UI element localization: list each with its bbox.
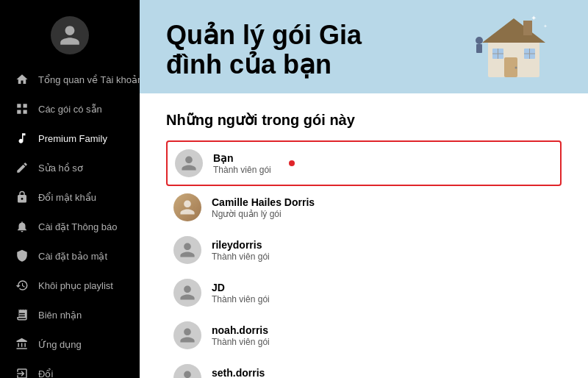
sidebar-item-overview[interactable]: Tổng quan về Tài khoản bbox=[0, 65, 140, 94]
member-item-noah[interactable]: noah.dorris Thành viên gói bbox=[166, 314, 562, 357]
sidebar-label-apps: Ứng dụng bbox=[38, 339, 82, 350]
receipt-icon bbox=[15, 307, 29, 322]
sidebar-label-overview: Tổng quan về Tài khoản bbox=[38, 74, 140, 85]
member-info-riley: rileydorris Thành viên gói bbox=[212, 238, 270, 262]
page-title: Quản lý gói Gia đình của bạn bbox=[166, 21, 384, 79]
svg-point-14 bbox=[476, 37, 483, 44]
member-avatar-seth bbox=[173, 364, 201, 378]
svg-rect-5 bbox=[523, 21, 532, 35]
member-role-noah: Thành viên gói bbox=[212, 337, 270, 347]
sidebar-item-receipts[interactable]: Biên nhận bbox=[0, 300, 140, 329]
member-item-jd[interactable]: JD Thành viên gói bbox=[166, 271, 562, 314]
member-role-riley: Thành viên gói bbox=[212, 252, 270, 262]
member-avatar-jd bbox=[173, 279, 201, 307]
sidebar-label-notifications: Cài đặt Thông báo bbox=[38, 221, 118, 232]
member-name-jd: JD bbox=[212, 281, 270, 294]
grid-icon bbox=[15, 101, 29, 116]
member-info-seth: seth.dorris Thành viên gói bbox=[212, 366, 270, 378]
house-illustration: ✦ ✦ ✦ bbox=[466, 7, 562, 77]
member-name-noah: noah.dorris bbox=[212, 324, 270, 337]
header-banner: Quản lý gói Gia đình của bạn ✦ ✦ ✦ bbox=[140, 0, 588, 93]
member-role-ban: Thành viên gói bbox=[213, 165, 271, 175]
member-name-camille: Camille Hailes Dorris bbox=[212, 196, 315, 209]
music-icon bbox=[15, 131, 29, 146]
member-avatar-noah bbox=[173, 321, 201, 349]
nav-list: Tổng quan về Tài khoản Các gói có sẵn Pr… bbox=[0, 65, 140, 378]
shield-icon bbox=[15, 249, 29, 263]
member-info-jd: JD Thành viên gói bbox=[212, 281, 270, 304]
bell-icon bbox=[15, 219, 29, 234]
signout-icon bbox=[15, 366, 29, 378]
member-name-seth: seth.dorris bbox=[212, 366, 270, 378]
sidebar-label-change-password: Đổi mật khẩu bbox=[38, 192, 96, 203]
sidebar-label-restore-playlist: Khôi phục playlist bbox=[38, 280, 113, 291]
svg-rect-15 bbox=[476, 44, 482, 53]
sidebar-label-plans: Các gói có sẵn bbox=[38, 104, 102, 115]
sidebar-item-edit-profile[interactable]: Sửa hồ sơ bbox=[0, 153, 140, 182]
user-avatar bbox=[51, 16, 89, 54]
sidebar-label-security: Cài đặt bảo mật bbox=[38, 251, 107, 262]
sidebar-item-change-password[interactable]: Đổi mật khẩu bbox=[0, 182, 140, 212]
sidebar-item-logout[interactable]: Đổi bbox=[0, 359, 140, 378]
main-content: Quản lý gói Gia đình của bạn ✦ ✦ ✦ bbox=[140, 0, 588, 378]
pen-icon bbox=[15, 160, 29, 175]
sidebar-label-edit-profile: Sửa hồ sơ bbox=[38, 163, 83, 174]
sidebar-item-plans[interactable]: Các gói có sẵn bbox=[0, 94, 140, 124]
member-name-ban: Bạn bbox=[213, 151, 271, 165]
member-name-riley: rileydorris bbox=[212, 238, 270, 252]
sidebar-item-premium-family[interactable]: Premium Family bbox=[0, 124, 140, 153]
member-info-noah: noah.dorris Thành viên gói bbox=[212, 324, 270, 347]
member-item-riley[interactable]: rileydorris Thành viên gói bbox=[166, 229, 562, 271]
member-avatar-camille bbox=[173, 193, 201, 221]
member-item-camille[interactable]: Camille Hailes Dorris Người quản lý gói bbox=[166, 186, 562, 229]
restore-icon bbox=[15, 278, 29, 293]
content-area: Những người trong gói này Bạn Thành viên… bbox=[140, 93, 588, 378]
member-item-ban[interactable]: Bạn Thành viên gói bbox=[166, 140, 562, 186]
member-info-camille: Camille Hailes Dorris Người quản lý gói bbox=[212, 196, 315, 219]
sidebar-label-receipts: Biên nhận bbox=[38, 310, 82, 321]
member-role-jd: Thành viên gói bbox=[212, 294, 270, 304]
sidebar-label-logout: Đổi bbox=[38, 368, 53, 379]
member-list: Bạn Thành viên gói Camille Hailes Dorris… bbox=[166, 140, 562, 378]
members-section-title: Những người trong gói này bbox=[166, 111, 562, 129]
sidebar-item-restore-playlist[interactable]: Khôi phục playlist bbox=[0, 271, 140, 300]
member-avatar-riley bbox=[173, 236, 201, 264]
red-dot-indicator bbox=[289, 160, 295, 166]
svg-text:✦: ✦ bbox=[543, 24, 548, 29]
member-item-seth[interactable]: seth.dorris Thành viên gói bbox=[166, 357, 562, 378]
apps-icon bbox=[15, 337, 29, 352]
home-icon bbox=[15, 72, 29, 87]
svg-point-7 bbox=[515, 67, 517, 69]
sidebar-label-premium-family: Premium Family bbox=[38, 133, 107, 144]
sidebar-item-notifications[interactable]: Cài đặt Thông báo bbox=[0, 212, 140, 241]
member-role-camille: Người quản lý gói bbox=[212, 209, 315, 219]
avatar-section bbox=[0, 0, 140, 65]
member-avatar-ban bbox=[175, 149, 203, 177]
sidebar-item-apps[interactable]: Ứng dụng bbox=[0, 329, 140, 359]
sidebar-item-security[interactable]: Cài đặt bảo mật bbox=[0, 241, 140, 271]
member-info-ban: Bạn Thành viên gói bbox=[213, 151, 271, 175]
lock-icon bbox=[15, 190, 29, 204]
sidebar: Tổng quan về Tài khoản Các gói có sẵn Pr… bbox=[0, 0, 140, 378]
